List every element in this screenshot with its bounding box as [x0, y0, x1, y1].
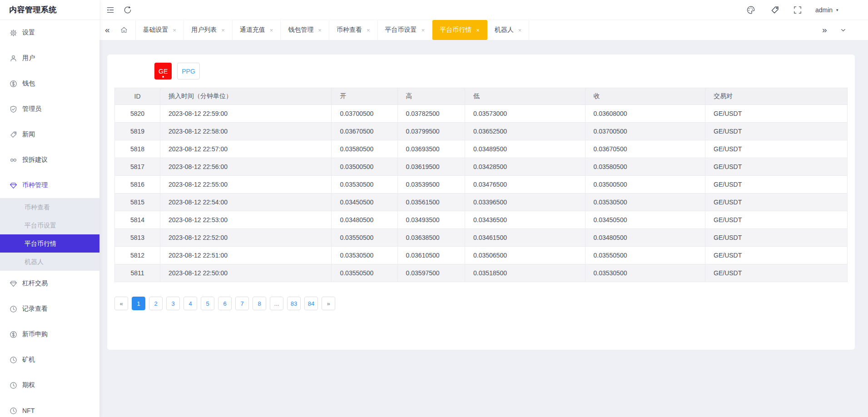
user-menu[interactable]: admin ▼	[815, 0, 839, 20]
palette-icon[interactable]	[746, 5, 755, 15]
pagination-page-7[interactable]: 7	[235, 297, 249, 310]
pagination-next[interactable]: »	[322, 297, 335, 310]
sidebar-submenu: 币种查看平台币设置平台币行情机器人	[0, 198, 99, 271]
sidebar-item-label: 投拆建议	[22, 156, 48, 164]
table-cell: 0.03799500	[397, 123, 465, 140]
table-cell: 0.03480500	[585, 229, 705, 247]
sidebar-item-mining[interactable]: 矿机	[0, 347, 99, 372]
table-cell: 0.03539500	[397, 176, 465, 194]
tab-user-list[interactable]: 用户列表×	[184, 20, 233, 40]
tabs-dropdown-icon[interactable]	[840, 27, 847, 34]
table-cell: 5815	[115, 194, 160, 211]
tab-coin-view[interactable]: 币种查看×	[329, 20, 378, 40]
pagination-page-5[interactable]: 5	[201, 297, 214, 310]
sidebar-item-label: 设置	[22, 29, 35, 37]
table-cell: 2023-08-12 22:57:00	[160, 140, 332, 158]
close-icon[interactable]: ×	[318, 27, 322, 34]
table-header-row: ID插入时间（分钟单位）开高低收交易对	[115, 88, 848, 105]
table-cell: 5819	[115, 123, 160, 140]
sidebar-item-settings[interactable]: 设置	[0, 20, 99, 45]
topbar: admin ▼	[99, 0, 868, 20]
close-icon[interactable]: ×	[270, 27, 273, 34]
table-cell: 0.03530500	[585, 264, 705, 282]
table-cell: 0.03597500	[397, 264, 465, 282]
close-icon[interactable]: ×	[476, 27, 480, 34]
sidebar-subitem-platform-coin-settings[interactable]: 平台币设置	[0, 216, 99, 234]
pagination-page-83[interactable]: 83	[287, 297, 301, 310]
dollar-circle-icon	[10, 331, 17, 338]
pagination-ellipsis[interactable]: ...	[270, 297, 283, 310]
close-icon[interactable]: ×	[173, 27, 177, 34]
tab-robot[interactable]: 机器人×	[487, 20, 530, 40]
sidebar-item-feedback[interactable]: 投拆建议	[0, 147, 99, 173]
sidebar-item-options[interactable]: 期权	[0, 372, 99, 398]
diamond-icon	[10, 280, 17, 288]
table-cell: 0.03619500	[397, 158, 465, 176]
table-cell: 0.03500500	[585, 176, 705, 194]
table-cell: 5812	[115, 247, 160, 264]
tab-platform-coin-settings[interactable]: 平台币设置×	[378, 20, 433, 40]
pagination-prev[interactable]: «	[114, 297, 128, 310]
sidebar-item-wallet[interactable]: 钱包	[0, 71, 99, 96]
close-icon[interactable]: ×	[221, 27, 225, 34]
tab-basic-settings[interactable]: 基础设置×	[136, 20, 184, 40]
diamond-icon	[10, 182, 17, 189]
infinity-icon	[10, 156, 17, 164]
table-cell: 2023-08-12 22:50:00	[160, 264, 332, 282]
tabs-scroll-left-icon[interactable]: «	[105, 25, 110, 35]
tab-wallet-management[interactable]: 钱包管理×	[281, 20, 329, 40]
pagination-page-84[interactable]: 84	[304, 297, 318, 310]
sidebar-item-label: 矿机	[22, 356, 35, 364]
table-row: 58142023-08-12 22:53:000.034805000.03493…	[115, 211, 848, 229]
table-cell: 0.03550500	[585, 247, 705, 264]
column-header: 低	[465, 88, 585, 105]
tag-icon[interactable]	[770, 5, 779, 15]
table-cell: 0.03396500	[465, 194, 585, 211]
table-cell: 5811	[115, 264, 160, 282]
tab-home[interactable]	[113, 20, 136, 40]
table-cell: 5818	[115, 140, 160, 158]
column-header: 开	[332, 88, 397, 105]
sidebar-item-records[interactable]: 记录查看	[0, 296, 99, 322]
table-cell: 0.03573000	[465, 105, 585, 123]
pagination-page-1[interactable]: 1	[132, 297, 145, 310]
tab-label: 平台币设置	[385, 26, 417, 34]
pagination-page-3[interactable]: 3	[166, 297, 180, 310]
table-cell: 0.03530500	[332, 176, 397, 194]
sidebar-item-coin-management[interactable]: 币种管理	[0, 173, 99, 198]
close-icon[interactable]: ×	[422, 27, 425, 34]
pagination-page-8[interactable]: 8	[253, 297, 266, 310]
sidebar-item-admins[interactable]: 管理员	[0, 96, 99, 122]
pagination-page-4[interactable]: 4	[184, 297, 197, 310]
user-name: admin	[815, 6, 833, 14]
table-cell: 5814	[115, 211, 160, 229]
sidebar-item-news[interactable]: 新闻	[0, 122, 99, 147]
sidebar-item-label: 管理员	[22, 105, 41, 113]
sidebar-subitem-robot[interactable]: 机器人	[0, 253, 99, 271]
sidebar-item-new-coin-subscription[interactable]: 新币申购	[0, 322, 99, 347]
sidebar-subitem-coin-view[interactable]: 币种查看	[0, 198, 99, 216]
tab-channel-recharge[interactable]: 通道充值×	[233, 20, 281, 40]
refresh-icon[interactable]	[123, 5, 132, 15]
table-cell: 2023-08-12 22:55:00	[160, 176, 332, 194]
sidebar-item-leverage-trading[interactable]: 杠杆交易	[0, 271, 99, 296]
sidebar-item-users[interactable]: 用户	[0, 45, 99, 71]
table-row: 58162023-08-12 22:55:000.035305000.03539…	[115, 176, 848, 194]
table-cell: GE/USDT	[705, 194, 848, 211]
close-icon[interactable]: ×	[367, 27, 370, 34]
collapse-menu-icon[interactable]	[106, 5, 115, 15]
pagination-page-2[interactable]: 2	[149, 297, 163, 310]
fullscreen-icon[interactable]	[793, 5, 802, 15]
sidebar-item-label: 新币申购	[22, 330, 48, 338]
pagination-page-6[interactable]: 6	[218, 297, 232, 310]
coin-button-ge[interactable]: GE	[154, 63, 172, 79]
table-cell: 0.03530500	[332, 247, 397, 264]
sidebar-subitem-platform-coin-market[interactable]: 平台币行情	[0, 234, 99, 253]
coin-button-ppg[interactable]: PPG	[177, 63, 200, 79]
table-cell: 0.03638500	[397, 229, 465, 247]
tabs-scroll-right-icon[interactable]: »	[822, 25, 827, 35]
table-cell: 0.03700500	[332, 105, 397, 123]
sidebar-item-nft[interactable]: NFT	[0, 398, 99, 417]
close-icon[interactable]: ×	[518, 27, 522, 34]
tab-platform-coin-market[interactable]: 平台币行情×	[432, 20, 487, 40]
